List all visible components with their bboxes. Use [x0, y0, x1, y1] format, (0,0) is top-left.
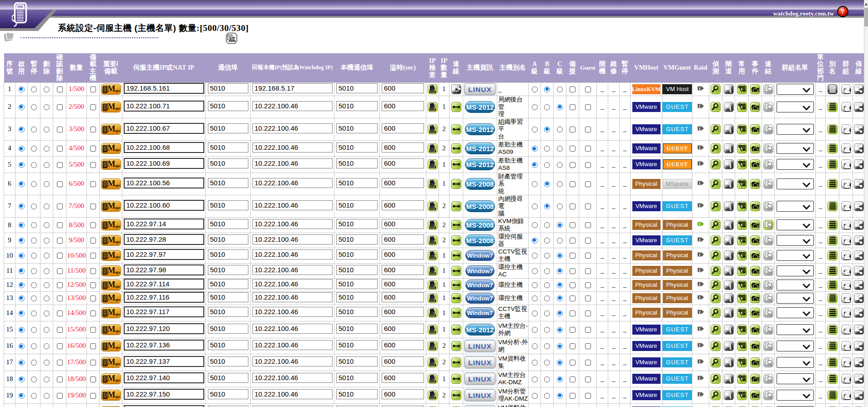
svg-text:i: i	[699, 326, 700, 331]
svg-text:i: i	[699, 86, 700, 91]
svg-text:i: i	[699, 252, 700, 257]
svg-text:IP: IP	[769, 148, 771, 151]
svg-text:i: i	[699, 180, 700, 185]
svg-text:IP: IP	[769, 184, 771, 187]
svg-text:IP: IP	[769, 395, 771, 398]
svg-text:i: i	[699, 103, 700, 108]
svg-text:IP: IP	[769, 225, 771, 228]
svg-text:i: i	[699, 359, 700, 364]
svg-text:i: i	[699, 203, 700, 208]
svg-text:IP: IP	[769, 362, 771, 365]
svg-text:i: i	[699, 145, 700, 150]
svg-text:i: i	[699, 310, 700, 315]
svg-text:IP: IP	[769, 89, 771, 92]
svg-text:IP: IP	[769, 298, 771, 301]
svg-text:i: i	[699, 376, 700, 381]
svg-text:IP: IP	[769, 285, 771, 288]
svg-text:i: i	[699, 237, 700, 242]
svg-text:IP: IP	[769, 129, 771, 132]
svg-text:IP: IP	[769, 240, 771, 243]
svg-text:IP: IP	[769, 164, 771, 167]
svg-text:IP: IP	[769, 107, 771, 110]
svg-text:i: i	[699, 126, 700, 131]
svg-text:i: i	[699, 222, 700, 227]
svg-text:IP: IP	[769, 346, 771, 349]
svg-text:IP: IP	[769, 206, 771, 209]
svg-text:i: i	[699, 267, 700, 272]
svg-text:IP: IP	[769, 379, 771, 382]
svg-text:i: i	[699, 392, 700, 397]
svg-text:IP: IP	[769, 313, 771, 315]
svg-text:i: i	[699, 295, 700, 300]
svg-text:i: i	[699, 342, 700, 347]
svg-text:i: i	[699, 281, 700, 286]
svg-text:i: i	[699, 161, 700, 166]
svg-text:IP: IP	[769, 271, 771, 274]
svg-text:IP: IP	[769, 255, 771, 258]
svg-text:IP: IP	[769, 330, 771, 332]
